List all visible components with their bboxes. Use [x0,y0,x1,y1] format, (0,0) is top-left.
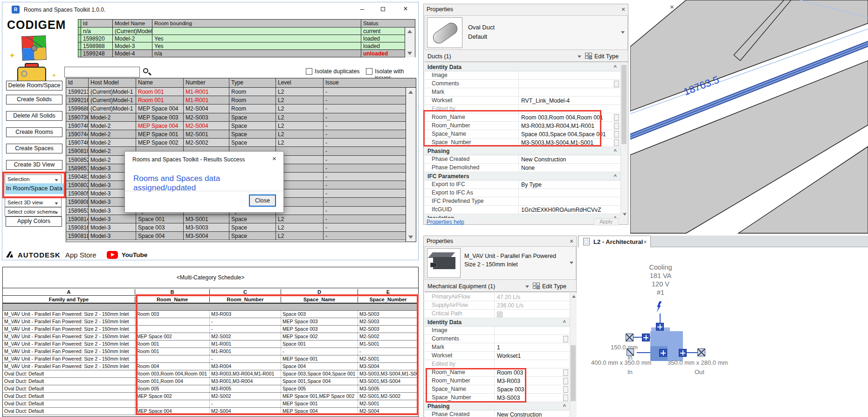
col-room-bounding[interactable]: Room bounding [152,20,361,27]
value-edit-box[interactable] [563,386,568,393]
property-value[interactable]: 1Gn2tEXKH0ROAumRdHCVvZ [519,207,620,213]
section-header[interactable]: Phasing^ [425,147,620,155]
value-edit-box[interactable] [614,81,619,87]
column-letter[interactable]: A [3,289,135,295]
youtube-link[interactable]: YouTube [122,251,148,258]
maximize-button[interactable] [374,3,391,14]
edit-type-icon[interactable] [533,283,540,290]
column-letter[interactable]: E [358,289,418,295]
section-header[interactable]: Insulation^ [425,214,620,218]
chevron-down-icon[interactable] [570,262,573,264]
collapse-icon[interactable]: ^ [563,320,566,325]
schedule-cell[interactable]: M_VAV Unit - Parallel Fan Powered: Size … [3,311,135,318]
table-row[interactable]: 1590740Model-2MEP Space 004M2-S004SpaceL… [66,122,416,130]
category-label[interactable]: Mechanical Equipment (1) [427,283,495,290]
type-selector[interactable]: M_VAV Unit - Parallel Fan Powered Size 2… [425,246,576,280]
connection-point-icon[interactable] [656,323,664,331]
col-type[interactable]: Type [229,78,276,87]
column-letter[interactable]: D [281,289,358,295]
autodesk-wordmark[interactable]: AUTODESK [18,251,61,259]
apply-colors-button[interactable]: Apply Colors [6,216,62,227]
table-row[interactable]: 1590814Model-3Space 001M3-S001SpaceL2- [66,215,416,223]
chevron-down-icon[interactable] [621,31,625,34]
delete-all-solids-button[interactable]: Delete All Solids [6,111,62,121]
schedule-cell[interactable]: M_VAV Unit - Parallel Fan Powered: Size … [3,318,135,325]
section-header[interactable]: Phasing^ [425,402,570,410]
schedule-cell[interactable]: Oval Duct: Default [3,378,135,385]
category-label[interactable]: Ducts (1) [427,53,451,60]
connection-point-icon[interactable] [642,334,650,341]
connection-point-icon[interactable] [679,349,687,357]
models-scrollbar[interactable] [405,28,415,57]
items-scrollbar[interactable] [406,88,416,242]
property-value[interactable]: 236.00 L/s [495,302,570,309]
column-header[interactable]: Family and Type [3,297,135,302]
property-value[interactable]: New Construction [519,156,620,163]
col-status[interactable]: Status [361,20,405,27]
schedule-cell[interactable]: Oval Duct: Default [3,393,135,400]
close-button[interactable]: × [396,3,415,14]
table-row[interactable]: 1590746Model-2MEP Space 002M2-S002SpaceL… [66,139,416,147]
property-value[interactable]: ✓ [495,311,570,317]
type-selector[interactable]: Oval Duct Default [425,15,628,50]
collapse-icon[interactable]: ^ [614,174,617,179]
schedule-cell[interactable]: M_VAV Unit - Parallel Fan Powered: Size … [3,355,135,362]
delete-room-space-button[interactable]: Delete Room/Space [6,81,62,90]
window-titlebar[interactable]: R Rooms and Spaces Toolkit 1.0.0. – × [2,2,418,16]
property-value[interactable]: 47.20 L/s [495,294,570,300]
table-row[interactable]: 1599216(Current)Model-1Room 001M1-R001Ro… [66,96,416,104]
section-header[interactable]: IFC Parameters^ [425,172,620,181]
chevron-down-icon[interactable] [578,56,581,58]
connection-point-icon[interactable] [659,349,667,357]
dialog-close-icon[interactable]: × [272,154,276,162]
checkbox-checked-icon[interactable]: ✓ [497,312,503,317]
table-row[interactable]: 1590736Model-2MEP Space 003M2-S003SpaceL… [66,113,416,122]
schedule-cell[interactable]: M_VAV Unit - Parallel Fan Powered: Size … [3,341,135,348]
model-row[interactable]: 1598988Model-3Yesloaded [78,42,415,50]
panel-close-icon[interactable]: × [570,237,573,245]
chevron-down-icon[interactable] [525,285,529,288]
view-close-icon[interactable]: × [670,3,674,11]
schedule-cell[interactable]: Oval Duct: Default [3,370,135,377]
property-value[interactable]: RVT_Link_Model-4 [519,97,620,104]
tab-l2-architectural[interactable]: L2 - Architectural × [578,236,651,247]
create-spaces-button[interactable]: Create Spaces [6,144,62,153]
search-input[interactable] [64,67,140,77]
value-edit-box[interactable] [614,123,619,129]
collapse-icon[interactable]: ^ [614,148,617,154]
apply-button[interactable]: Apply [593,218,619,225]
edit-type-button[interactable]: Edit Type [594,53,619,60]
value-edit-box[interactable] [614,114,619,121]
properties-help-link[interactable]: Properties help [427,219,464,225]
col-name[interactable]: Name [136,78,184,87]
table-row[interactable]: 1590744Model-2MEP Space 001M2-S001SpaceL… [66,130,416,139]
col-model-name[interactable]: Model Name [113,20,152,27]
table-row[interactable]: 1590816Model-3Space 003M3-S003SpaceL2- [66,223,416,232]
schedule-cell[interactable]: Oval Duct: Default [3,408,135,415]
section-header[interactable]: Identity Data^ [425,63,620,71]
model-row[interactable]: 1599248Model-4n/aunloaded [78,50,415,57]
schedule-cell[interactable]: Oval Duct: Default [3,400,135,407]
col-id[interactable]: Id [66,78,89,87]
model-row[interactable]: n/a(Current)Model-1current [78,28,415,35]
3d-view[interactable]: 18763.5 [630,0,868,234]
value-edit-box[interactable] [614,139,619,146]
dialog-close-button[interactable]: Close [249,195,276,207]
property-value[interactable]: None [519,165,620,171]
property-value[interactable]: By Type [519,181,620,188]
value-edit-box[interactable] [614,131,619,138]
model-row[interactable]: 1598920Model-2Yesloaded [78,35,415,42]
col-id[interactable]: Id [81,20,113,27]
plan-canvas[interactable]: Cooling 181 VA 120 V #1 150.0 mm In 400.… [578,247,868,417]
table-row[interactable]: 1590818Model-3Space 004M3-S004SpaceL2- [66,232,416,240]
schedule-cell[interactable]: Oval Duct: Default [3,385,135,392]
duct-connector-icon[interactable] [697,348,705,356]
app-store-link[interactable]: App Store [65,251,96,259]
property-value[interactable]: 1 [495,344,570,351]
col-number[interactable]: Number [184,78,229,87]
table-row[interactable]: 1599213(Current)Model-1Room 001M1-R001Ro… [66,88,416,96]
col-host-model[interactable]: Host Model [89,78,136,87]
properties-scrollbar[interactable] [570,293,577,417]
tab-close-icon[interactable]: × [643,238,647,245]
col-level[interactable]: Level [276,78,324,87]
